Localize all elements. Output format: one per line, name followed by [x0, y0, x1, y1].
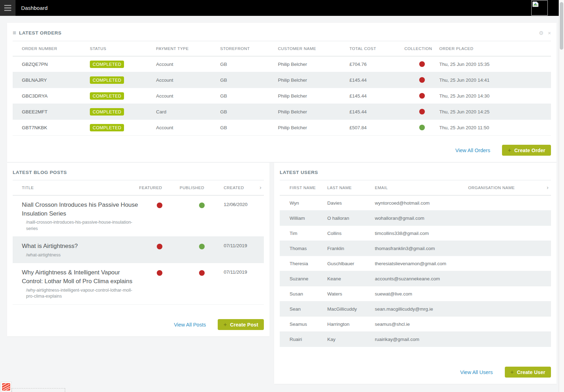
last-name: O halloran	[327, 216, 375, 221]
customer-name: Philip Belcher	[278, 93, 349, 99]
table-row[interactable]: GBT7NKBK COMPLETED Account GB Philip Bel…	[13, 120, 551, 136]
email: timcollins338@gmail.com	[375, 231, 468, 236]
order-placed: Thu, 25 Jun 2020 11:50	[439, 125, 551, 130]
post-title: Niall Crosson Introduces his Passive Hou…	[22, 201, 139, 218]
view-all-orders-link[interactable]: View All Orders	[455, 148, 490, 153]
collection-status-dot	[419, 109, 425, 114]
column-header: Storefront	[220, 46, 278, 51]
create-order-button[interactable]: + Create Order	[502, 145, 551, 156]
created-date: 07/11/2019	[224, 242, 264, 248]
collection-status-dot	[419, 93, 425, 99]
last-name: Keane	[327, 276, 375, 281]
blog-panel-title: Latest Blog Posts	[13, 170, 67, 175]
published-status-dot	[199, 244, 205, 249]
total-cost: £145.44	[349, 109, 404, 114]
first-name: Theresia	[280, 261, 327, 266]
chevron-right-icon[interactable]: ›	[260, 185, 262, 191]
create-user-button[interactable]: + Create User	[505, 367, 551, 378]
view-all-users-link[interactable]: View All Users	[460, 369, 492, 375]
last-name: Waters	[327, 291, 375, 297]
last-name: Harrington	[327, 322, 375, 327]
vertical-scrollbar-thumb[interactable]	[560, 2, 563, 50]
first-name: Sean	[280, 306, 327, 312]
payment-type: Account	[156, 125, 220, 130]
order-number: GBEE2MFT	[13, 109, 90, 114]
total-cost: £704.76	[349, 62, 404, 67]
first-name: Tim	[280, 231, 327, 236]
chevron-right-icon[interactable]: ›	[547, 185, 549, 191]
table-row[interactable]: GBLNAJRY COMPLETED Account GB Philip Bel…	[13, 72, 551, 88]
status-badge: COMPLETED	[90, 108, 124, 116]
avatar-broken-image-icon[interactable]	[531, 0, 548, 15]
gear-icon[interactable]: ⚙	[539, 30, 544, 36]
table-row[interactable]: GBEE2MFT COMPLETED Card GB Philip Belche…	[13, 104, 551, 120]
order-number: GBC3DRYA	[13, 93, 90, 99]
created-date: 12/06/2020	[224, 201, 264, 207]
page-title: Dashboard	[21, 5, 48, 11]
storefront: GB	[220, 93, 278, 99]
table-row[interactable]: Ruairi Kay ruairikay@gmail.com	[280, 332, 551, 347]
storefront: GB	[220, 77, 278, 83]
storefront: GB	[220, 62, 278, 67]
email: suewat@live.com	[375, 291, 468, 297]
email: accounts@suzannekeane.com	[375, 276, 468, 281]
table-row[interactable]: Susan Waters suewat@live.com	[280, 286, 551, 301]
first-name: Suzanne	[280, 276, 327, 281]
table-row[interactable]: Seamus Harrington seamus@shcl.ie	[280, 317, 551, 332]
table-row[interactable]: Sean MacGillicuddy sean.macgillicuddy@mr…	[280, 301, 551, 317]
column-header: Customer Name	[278, 46, 349, 51]
column-header: Payment Type	[156, 46, 220, 51]
table-row[interactable]: William O halloran wohalloran@gmail.com	[280, 211, 551, 226]
vertical-scrollbar-track	[559, 0, 564, 392]
table-row[interactable]: Thomas Franklin thomasfranklin3@gmail.co…	[280, 241, 551, 256]
order-number: GBLNAJRY	[13, 77, 90, 83]
created-date: 07/11/2019	[224, 268, 264, 275]
payment-type: Account	[156, 93, 220, 99]
table-row[interactable]: Niall Crosson Introduces his Passive Hou…	[13, 195, 264, 237]
panel-drag-handle-icon[interactable]: ≡	[13, 30, 16, 36]
table-row[interactable]: Theresia Guschlbauer theresiatslievenamo…	[280, 256, 551, 271]
post-title: What is Airtightness?	[22, 242, 139, 251]
table-row[interactable]: GBC3DRYA COMPLETED Account GB Philip Bel…	[13, 88, 551, 104]
table-row[interactable]: Tim Collins timcollins338@gmail.com	[280, 226, 551, 241]
users-table-header: First Name Last Name Email Organisation …	[280, 180, 551, 195]
close-icon[interactable]: ×	[548, 30, 551, 36]
order-placed: Thu, 25 Jun 2020 15:35	[439, 62, 551, 67]
column-header: Collection	[404, 46, 439, 51]
column-header: Status	[90, 46, 156, 51]
order-placed: Thu, 25 Jun 2020 14:30	[439, 93, 551, 99]
email: theresiatslievenamon@gmail.com	[375, 261, 468, 266]
column-header: Title	[13, 186, 139, 190]
hamburger-menu-icon[interactable]	[0, 0, 16, 16]
first-name: Wyn	[280, 200, 327, 206]
collection-status-dot	[419, 125, 425, 130]
customer-name: Philip Belcher	[278, 109, 349, 114]
create-post-button[interactable]: + Create Post	[218, 319, 264, 330]
payment-type: Card	[156, 109, 220, 114]
total-cost: £507.84	[349, 125, 404, 130]
table-row[interactable]: Why Airtightness & Intelligent Vapour Co…	[13, 263, 264, 304]
storefront: GB	[220, 109, 278, 114]
total-cost: £145.44	[349, 77, 404, 83]
table-row[interactable]: What is Airtightness? /what-airtightness…	[13, 237, 264, 263]
broken-image-placeholder-icon	[1, 382, 12, 392]
orders-table-header: Order Number Status Payment Type Storefr…	[13, 41, 551, 56]
post-title: Why Airtightness & Intelligent Vapour Co…	[22, 268, 139, 286]
table-row[interactable]: GBZQE7PN COMPLETED Account GB Philip Bel…	[13, 56, 551, 72]
first-name: Thomas	[280, 246, 327, 251]
column-header: First Name	[280, 186, 327, 190]
drag-drop-placeholder-outline	[12, 388, 65, 392]
view-all-posts-link[interactable]: View All Posts	[174, 322, 206, 328]
status-badge: COMPLETED	[90, 92, 124, 100]
order-number: GBZQE7PN	[13, 62, 90, 67]
published-status-dot	[199, 270, 205, 276]
table-row[interactable]: Wyn Davies wyntorcoed@hotmail.com	[280, 195, 551, 211]
email: wohalloran@gmail.com	[375, 216, 468, 221]
column-header: Total Cost	[349, 46, 404, 51]
column-header: Order Placed	[439, 46, 551, 51]
featured-status-dot	[157, 270, 162, 276]
table-row[interactable]: Suzanne Keane accounts@suzannekeane.com	[280, 271, 551, 286]
email: thomasfranklin3@gmail.com	[375, 246, 468, 251]
featured-status-dot	[157, 203, 162, 208]
top-navbar: Dashboard	[0, 0, 564, 16]
